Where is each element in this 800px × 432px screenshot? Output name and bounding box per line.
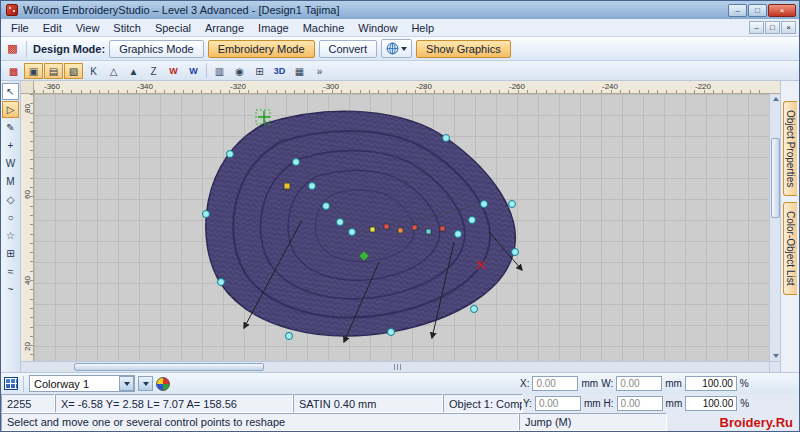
hruler-label: -340 (137, 82, 153, 91)
wave-multi-icon[interactable]: W (184, 63, 203, 79)
w-field[interactable] (616, 376, 662, 391)
freehand-tool-icon[interactable]: ~ (2, 281, 19, 298)
add-node-tool-icon[interactable]: + (2, 137, 19, 154)
mdi-close-button[interactable]: × (781, 21, 796, 34)
x-label: X: (520, 378, 529, 389)
scroll-down-icon[interactable] (771, 351, 780, 361)
menu-stitch[interactable]: Stitch (106, 21, 148, 35)
monogram-tool-icon[interactable]: M (2, 173, 19, 190)
y-field[interactable] (535, 396, 581, 411)
w-label: W: (601, 378, 613, 389)
vruler-label: 60 (23, 188, 32, 201)
mesh-view-icon[interactable]: ▦ (290, 63, 309, 79)
stitch-edit-icon[interactable]: ▤ (44, 63, 63, 79)
hruler-label: -300 (323, 82, 339, 91)
splitter-grip[interactable] (394, 364, 401, 370)
embroidery-canvas[interactable] (34, 94, 769, 361)
mdi-restore-button[interactable]: □ (765, 21, 780, 34)
zigzag-stitch-icon[interactable]: Z (144, 63, 163, 79)
horizontal-scroll-thumb[interactable] (74, 363, 264, 371)
colorway-toolbar: Colorway 1 X: mm W: mm % (1, 372, 799, 394)
menu-file[interactable]: File (4, 21, 36, 35)
ellipse-tool-icon[interactable]: ○ (2, 209, 19, 226)
scale-x-field[interactable] (685, 376, 737, 391)
travel-mode-indicator: Jump (M) (519, 413, 667, 431)
menu-image[interactable]: Image (251, 21, 296, 35)
run-stitch-tool-icon[interactable]: ≈ (2, 263, 19, 280)
menu-special[interactable]: Special (148, 21, 198, 35)
vertical-scroll-thumb[interactable] (771, 138, 780, 218)
colorway-dropdown-icon[interactable] (119, 376, 134, 391)
hint-bar: Select and move one or several control p… (1, 413, 799, 431)
wave-red-icon[interactable]: W (164, 63, 183, 79)
scale-y-field[interactable] (685, 396, 737, 411)
close-button[interactable]: × (768, 4, 796, 17)
stitch-grid-icon[interactable]: ▩ (4, 63, 23, 79)
position-y-row: Y: mm H: mm % (523, 394, 799, 413)
menu-help[interactable]: Help (404, 21, 441, 35)
position-x-row: X: mm W: mm % (520, 376, 796, 391)
toolbar-overflow-icon[interactable]: » (310, 63, 329, 79)
status-bar: 2255 X= -6.58 Y= 2.58 L= 7.07 A= 158.56 … (1, 394, 799, 413)
bars-icon[interactable]: ▥ (210, 63, 229, 79)
x-unit: mm (581, 378, 598, 389)
show-graphics-button[interactable]: Show Graphics (416, 40, 511, 58)
convert-button[interactable]: Convert (319, 40, 378, 58)
triangle-outline-icon[interactable]: △ (104, 63, 123, 79)
mixing-palette-icon[interactable] (156, 377, 170, 391)
knife-tool-icon[interactable]: K (84, 63, 103, 79)
grid-view-icon[interactable]: ⊞ (250, 63, 269, 79)
h-field[interactable] (617, 396, 663, 411)
hoop-globe-button[interactable] (381, 39, 412, 58)
menu-view[interactable]: View (69, 21, 107, 35)
threed-view-icon[interactable]: 3D (270, 63, 289, 79)
mdi-minimize-button[interactable]: – (749, 21, 764, 34)
colorway-select[interactable]: Colorway 1 (29, 375, 135, 392)
vertical-scrollbar[interactable] (769, 94, 780, 361)
fill-shape-tool-icon[interactable]: ◇ (2, 191, 19, 208)
w-unit: mm (665, 378, 682, 389)
maximize-button[interactable]: □ (748, 4, 767, 17)
grid-tool-icon[interactable]: ⊞ (2, 245, 19, 262)
docked-panels: Object Properties Color-Object List (780, 81, 799, 372)
colorway-menu-icon[interactable] (138, 376, 153, 391)
entry-point-marker[interactable] (256, 110, 270, 124)
embroidery-mode-button[interactable]: Embroidery Mode (208, 40, 315, 58)
menu-edit[interactable]: Edit (36, 21, 69, 35)
x-field[interactable] (532, 376, 578, 391)
hruler-label: -260 (509, 82, 525, 91)
tab-object-properties[interactable]: Object Properties (783, 101, 797, 196)
vruler-label: 20 (23, 340, 32, 353)
horizontal-scrollbar[interactable] (34, 361, 769, 372)
minimize-button[interactable]: – (728, 4, 747, 17)
title-bar: Wilcom EmbroideryStudio – Level 3 Advanc… (1, 1, 799, 19)
colorway-grid-icon[interactable] (4, 377, 18, 390)
lettering-tool-icon[interactable]: W (2, 155, 19, 172)
watermark: Broidery.Ru (667, 413, 799, 431)
main-area: ↖ ▷ ✎ + W M ◇ ○ ☆ ⊞ ≈ ~ -360 -340 -320 -… (1, 81, 799, 372)
menu-machine[interactable]: Machine (296, 21, 352, 35)
tab-color-object-list[interactable]: Color-Object List (783, 202, 797, 294)
stitch-box-icon[interactable]: ▧ (64, 63, 83, 79)
scroll-up-icon[interactable] (771, 94, 780, 104)
menu-arrange[interactable]: Arrange (198, 21, 251, 35)
hruler-label: -220 (695, 82, 711, 91)
design-object[interactable] (206, 111, 515, 336)
window-title: Wilcom EmbroideryStudio – Level 3 Advanc… (23, 4, 728, 16)
star-tool-icon[interactable]: ☆ (2, 227, 19, 244)
reshape-tool-icon[interactable]: ▷ (2, 101, 19, 118)
hruler-label: -240 (602, 82, 618, 91)
select-tool-icon[interactable]: ↖ (2, 83, 19, 100)
graphics-mode-button[interactable]: Graphics Mode (109, 40, 204, 58)
cursor-coordinates: X= -6.58 Y= 2.58 L= 7.07 A= 158.56 (55, 394, 293, 413)
menu-window[interactable]: Window (351, 21, 404, 35)
dot-target-icon[interactable]: ◉ (230, 63, 249, 79)
stitch-toolbar: ▩ ▣ ▤ ▧ K △ ▲ Z W W ▥ ◉ ⊞ 3D ▦ » (1, 61, 799, 81)
vruler-label: 40 (23, 274, 32, 287)
application-window: Wilcom EmbroideryStudio – Level 3 Advanc… (0, 0, 800, 432)
triangle-filled-icon[interactable]: ▲ (124, 63, 143, 79)
machine-grid-icon[interactable]: ▩ (5, 42, 20, 56)
pen-tool-icon[interactable]: ✎ (2, 119, 19, 136)
colorway-selected-value: Colorway 1 (34, 378, 119, 390)
stitch-select-icon[interactable]: ▣ (24, 63, 43, 79)
